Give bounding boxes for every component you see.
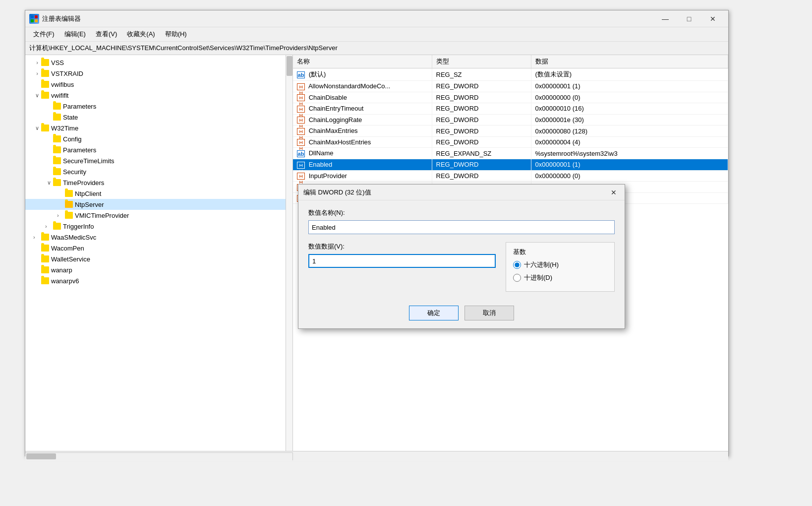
table-row[interactable]: ꀿꀿ ChainLoggingRate REG_DWORD 0x0000001e…: [293, 114, 728, 126]
tree-item-config[interactable]: Config: [25, 133, 292, 144]
dword-icon: ꀿꀿ: [297, 128, 305, 135]
tree-item-security[interactable]: Security: [25, 166, 292, 177]
address-text: 计算机\HKEY_LOCAL_MACHINE\SYSTEM\CurrentCon…: [29, 44, 338, 52]
tree-item-timeproviders[interactable]: ∨ TimeProviders: [25, 177, 292, 188]
tree-item-wacompen[interactable]: WacomPen: [25, 243, 292, 253]
table-row[interactable]: ab DllName REG_EXPAND_SZ %systemroot%\sy…: [293, 148, 728, 159]
string-icon: ab: [297, 150, 305, 157]
menu-favorites[interactable]: 收藏夹(A): [123, 28, 159, 40]
value-section: 数值数据(V):: [308, 242, 496, 268]
tree-item-vwifibus[interactable]: vwifibus: [25, 79, 292, 90]
hex-label: 十六进制(H): [524, 260, 559, 269]
title-bar-controls: — □ ✕: [654, 12, 724, 26]
tree-item-walletservice[interactable]: WalletService: [25, 253, 292, 264]
tree-item-vss[interactable]: › VSS: [25, 57, 292, 68]
app-icon: [29, 14, 39, 24]
hex-radio-row: 十六进制(H): [513, 260, 607, 269]
reg-type: REG_DWORD: [432, 103, 531, 115]
tree-item-wanarp[interactable]: wanarp: [25, 264, 292, 275]
base-section: 基数 十六进制(H) 十进制(D): [506, 242, 615, 292]
reg-name: InputProvider: [309, 172, 347, 180]
menu-help[interactable]: 帮助(H): [161, 28, 191, 40]
reg-data: 0x00000004 (4): [531, 136, 728, 148]
table-row[interactable]: ꀿꀿ AllowNonstandardModeCo... REG_DWORD 0…: [293, 81, 728, 92]
reg-type: REG_EXPAND_SZ: [432, 148, 531, 159]
tree-item-waas[interactable]: › WaaSMedicSvc: [25, 232, 292, 243]
reg-data: 0x00000001 (1): [531, 159, 728, 170]
dword-icon: ꀿꀿ: [297, 106, 305, 113]
tree-item-vwififlt[interactable]: ∨ vwififlt: [25, 90, 292, 101]
dialog-close-button[interactable]: ✕: [608, 187, 620, 198]
reg-type: REG_DWORD: [432, 81, 531, 92]
minimize-button[interactable]: —: [654, 12, 677, 26]
address-bar: 计算机\HKEY_LOCAL_MACHINE\SYSTEM\CurrentCon…: [25, 42, 728, 55]
reg-data: 0x0000001e (30): [531, 114, 728, 126]
tree-item-vstxraid[interactable]: › VSTXRAID: [25, 68, 292, 79]
tree-item-triggerinfo[interactable]: › TriggerInfo: [25, 221, 292, 232]
col-type-header: 类型: [432, 55, 531, 68]
table-row[interactable]: ꀿꀿ ChainDisable REG_DWORD 0x00000000 (0): [293, 92, 728, 103]
tree-item-securetime[interactable]: SecureTimeLimits: [25, 155, 292, 166]
table-row[interactable]: ab (默认) REG_SZ (数值未设置): [293, 68, 728, 81]
value-input[interactable]: [308, 254, 496, 268]
reg-type: REG_DWORD: [432, 114, 531, 126]
table-row[interactable]: ꀿꀿ ChainEntryTimeout REG_DWORD 0x0000001…: [293, 103, 728, 115]
bottom-scrollbar[interactable]: [25, 451, 728, 461]
dialog-body: 数值名称(N): 数值数据(V): 基数 十六进制(H) 十进制(D): [298, 200, 625, 300]
svg-rect-3: [35, 19, 38, 22]
tree-scrollbar[interactable]: [286, 55, 292, 451]
name-input[interactable]: [308, 220, 615, 234]
reg-data: %systemroot%\system32\w3: [531, 148, 728, 159]
dec-label: 十进制(D): [524, 273, 552, 282]
cancel-button[interactable]: 取消: [464, 306, 514, 320]
tree-item-w32time[interactable]: ∨ W32Time: [25, 123, 292, 133]
dword-icon: ꀿꀿ: [297, 117, 305, 124]
dword-icon: ꀿꀿ: [297, 162, 305, 169]
table-row-enabled[interactable]: ꀿꀿ Enabled REG_DWORD 0x00000001 (1): [293, 159, 728, 170]
maximize-button[interactable]: □: [678, 12, 700, 26]
tree-item-state[interactable]: State: [25, 112, 292, 123]
menu-edit[interactable]: 编辑(E): [60, 28, 90, 40]
dialog-value-row: 数值数据(V): 基数 十六进制(H) 十进制(D): [308, 242, 615, 292]
reg-type: REG_DWORD: [432, 92, 531, 103]
reg-type: REG_DWORD: [432, 136, 531, 148]
reg-type: REG_DWORD: [432, 126, 531, 137]
table-row[interactable]: ꀿꀿ InputProvider REG_DWORD 0x00000000 (0…: [293, 170, 728, 182]
ok-button[interactable]: 确定: [409, 306, 459, 320]
tree-panel[interactable]: › VSS › VSTXRAID vwifibus ∨ vwififlt: [25, 55, 293, 451]
dialog-footer: 确定 取消: [298, 300, 625, 328]
string-icon: ab: [297, 71, 305, 78]
reg-data: 0x00000000 (0): [531, 92, 728, 103]
reg-name: AllowNonstandardModeCo...: [308, 82, 390, 90]
dword-icon: ꀿꀿ: [297, 139, 305, 146]
svg-rect-0: [31, 15, 34, 18]
svg-rect-1: [35, 15, 38, 18]
tree-item-ntpclient[interactable]: NtpClient: [25, 188, 292, 199]
main-window: 注册表编辑器 — □ ✕ 文件(F) 编辑(E) 查看(V) 收藏夹(A) 帮助…: [25, 10, 729, 456]
tree-item-ntpserver[interactable]: NtpServer: [25, 199, 292, 210]
table-row[interactable]: ꀿꀿ ChainMaxEntries REG_DWORD 0x00000080 …: [293, 126, 728, 137]
base-title: 基数: [513, 248, 607, 256]
close-button[interactable]: ✕: [701, 12, 724, 26]
table-row[interactable]: ꀿꀿ ChainMaxHostEntries REG_DWORD 0x00000…: [293, 136, 728, 148]
tree-item-parameters-2[interactable]: Parameters: [25, 144, 292, 155]
reg-data: 0x00000001 (1): [531, 81, 728, 92]
tree-item-parameters-1[interactable]: Parameters: [25, 101, 292, 112]
reg-name: (默认): [309, 70, 326, 78]
reg-name: DllName: [309, 149, 334, 157]
reg-type: REG_SZ: [432, 68, 531, 81]
reg-data: (数值未设置): [531, 68, 728, 81]
tree-item-wanarpv6[interactable]: wanarpv6: [25, 275, 292, 286]
dec-radio[interactable]: [513, 274, 521, 282]
reg-name: ChainMaxHostEntries: [309, 138, 371, 146]
reg-name-enabled: Enabled: [309, 161, 333, 168]
reg-type: REG_DWORD: [432, 170, 531, 182]
dword-icon: ꀿꀿ: [297, 173, 305, 180]
tree-item-vmictime[interactable]: › VMICTimeProvider: [25, 210, 292, 221]
reg-name: ChainEntryTimeout: [309, 105, 364, 112]
menu-view[interactable]: 查看(V): [92, 28, 121, 40]
menu-file[interactable]: 文件(F): [29, 28, 58, 40]
hex-radio[interactable]: [513, 261, 521, 269]
reg-name: ChainLoggingRate: [309, 116, 362, 124]
reg-name: ChainDisable: [309, 94, 347, 101]
